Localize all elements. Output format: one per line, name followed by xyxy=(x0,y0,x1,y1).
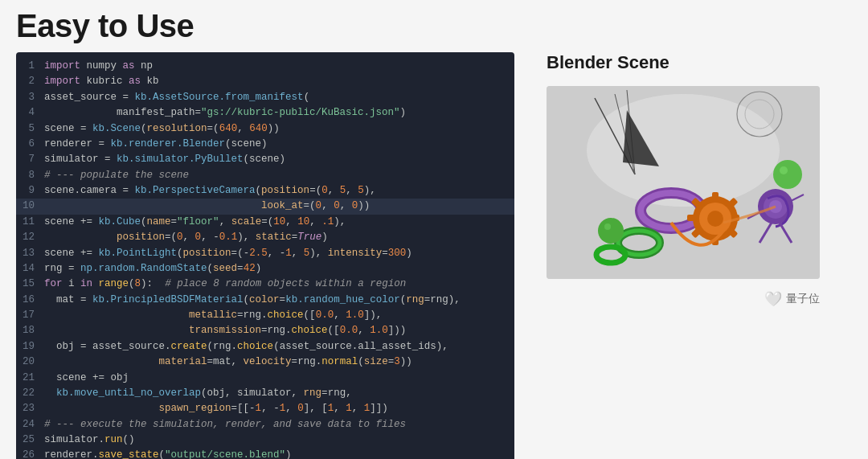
code-token: choice xyxy=(237,341,273,352)
code-token: transmission xyxy=(189,325,261,336)
code-token: save_state xyxy=(99,449,159,459)
line-content: import numpy as np xyxy=(41,59,514,74)
code-token: = xyxy=(231,248,238,259)
code-token: 0 xyxy=(297,403,304,414)
code-token: (obj, simulator, xyxy=(201,387,304,399)
code-token: 0.0 xyxy=(340,325,358,336)
code-token: static xyxy=(256,232,292,243)
line-number: 10 xyxy=(16,199,41,214)
code-token: ( xyxy=(358,356,364,367)
code-token: kb.AssetSource xyxy=(135,92,219,103)
code-token: scene.camera xyxy=(44,185,123,196)
code-token: obj xyxy=(44,341,80,352)
code-token: run xyxy=(104,434,123,445)
code-token: += xyxy=(92,372,111,383)
line-number: 15 xyxy=(16,277,41,292)
code-token: 0.0 xyxy=(316,309,334,321)
code-token: np xyxy=(141,60,153,72)
code-token: , xyxy=(285,216,297,227)
line-content: transmission=rng.choice([0.0, 1.0])) xyxy=(41,323,514,338)
code-line: 10 look_at=(0, 0, 0)) xyxy=(16,199,514,214)
blender-scene-svg xyxy=(547,86,820,279)
code-token: ( xyxy=(244,294,250,305)
code-token xyxy=(44,232,117,243)
line-number: 18 xyxy=(16,323,41,338)
code-line: 21 scene += obj xyxy=(16,371,514,386)
line-content: manifest_path="gs://kubric-public/KuBasi… xyxy=(41,105,514,121)
code-token: , xyxy=(321,200,334,211)
code-token: name xyxy=(147,216,171,227)
code-token: ( xyxy=(213,123,219,134)
code-line: 19 obj = asset_source.create(rng.choice(… xyxy=(16,339,514,354)
svg-point-31 xyxy=(780,166,788,174)
code-token: 1 xyxy=(285,248,292,259)
code-token: 3 xyxy=(394,356,400,367)
code-token: rng xyxy=(304,387,322,399)
code-token: ), xyxy=(237,232,256,243)
code-token: ( xyxy=(237,248,244,259)
code-token: )) xyxy=(400,356,412,367)
line-content: rng = np.random.RandomState(seed=42) xyxy=(41,261,514,277)
code-token: 640 xyxy=(249,123,268,134)
line-content: simulator = kb.simulator.PyBullet(scene) xyxy=(41,152,514,167)
code-token: () xyxy=(123,434,135,445)
line-content: scene = kb.Scene(resolution=(640, 640)) xyxy=(41,121,514,137)
code-token: = xyxy=(237,263,244,274)
code-token: = xyxy=(80,294,92,305)
code-line: 11scene += kb.Cube(name="floor", scale=(… xyxy=(16,215,514,230)
svg-point-32 xyxy=(598,218,624,244)
code-token: , xyxy=(340,200,352,211)
code-table: 1import numpy as np2import kubric as kb3… xyxy=(16,59,514,459)
line-number: 6 xyxy=(16,137,41,152)
code-token: ) xyxy=(321,232,328,243)
code-token: kb.renderer xyxy=(111,138,178,150)
code-token: ]]) xyxy=(370,403,388,414)
code-token: intensity xyxy=(328,248,383,259)
blender-scene-title: Blender Scene xyxy=(547,52,852,73)
line-number: 7 xyxy=(16,152,41,167)
code-token: = xyxy=(80,123,92,134)
code-line: 22 kb.move_until_no_overlap(obj, simulat… xyxy=(16,386,514,401)
line-number: 4 xyxy=(16,105,41,121)
code-token: manifest_path= xyxy=(44,107,201,118)
line-number: 2 xyxy=(16,74,41,89)
code-line: 24# --- execute the simulation, render, … xyxy=(16,417,514,432)
code-token: , xyxy=(261,403,273,414)
code-line: 8# --- populate the scene xyxy=(16,168,514,183)
svg-point-12 xyxy=(707,211,723,227)
code-token: , xyxy=(292,248,304,259)
code-token: 2.5 xyxy=(249,248,268,259)
code-token: .RandomState xyxy=(135,263,207,274)
line-content: renderer.save_state("output/scene.blend"… xyxy=(41,448,514,459)
code-token: 0 xyxy=(195,232,202,243)
code-token: scene xyxy=(44,372,92,383)
code-token: = xyxy=(68,263,80,274)
code-token: renderer xyxy=(44,138,99,150)
content-row: 1import numpy as np2import kubric as kb3… xyxy=(16,52,852,459)
code-token: ( xyxy=(207,263,214,274)
line-number: 20 xyxy=(16,354,41,370)
code-token: as xyxy=(129,76,147,87)
code-token: = xyxy=(309,185,316,196)
code-token: = xyxy=(99,138,111,150)
code-line: 14rng = np.random.RandomState(seed=42) xyxy=(16,261,514,277)
line-number: 3 xyxy=(16,90,41,105)
line-number: 22 xyxy=(16,386,41,401)
code-token: kb.Scene xyxy=(92,123,141,134)
code-token: kb.PerspectiveCamera xyxy=(135,185,256,196)
line-number: 26 xyxy=(16,448,41,459)
code-token: - xyxy=(273,403,280,414)
code-line: 2import kubric as kb xyxy=(16,74,514,89)
code-token: renderer. xyxy=(44,449,99,459)
code-token xyxy=(44,387,56,399)
watermark-icon: 🤍 xyxy=(764,290,782,308)
code-token: rng xyxy=(406,294,424,305)
code-token: , xyxy=(285,403,297,414)
code-token: 0 xyxy=(334,200,340,211)
code-line: 23 spawn_region=[[-1, -1, 0], [1, 1, 1]]… xyxy=(16,401,514,416)
code-token: = xyxy=(123,185,135,196)
code-token: position xyxy=(261,185,309,196)
code-token: kubric xyxy=(87,76,129,87)
code-token xyxy=(44,403,159,414)
line-content: look_at=(0, 0, 0)) xyxy=(41,199,514,214)
